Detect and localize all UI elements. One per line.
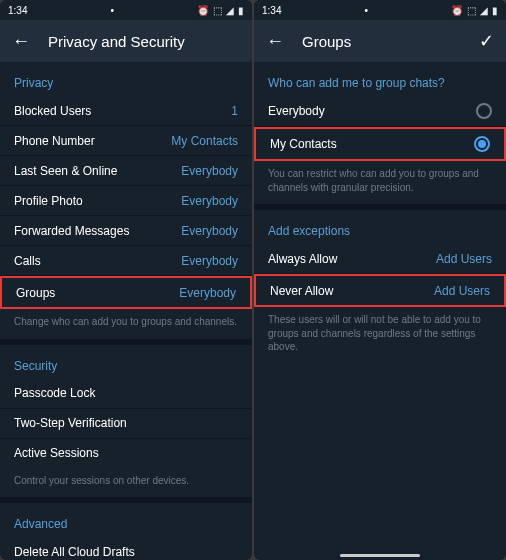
row-label: Two-Step Verification bbox=[14, 416, 127, 430]
row-label: Calls bbox=[14, 254, 41, 268]
row-label: Blocked Users bbox=[14, 104, 91, 118]
row-value: Everybody bbox=[181, 164, 238, 178]
battery-icon: ▮ bbox=[492, 5, 498, 16]
row-profile-photo[interactable]: Profile Photo Everybody bbox=[0, 186, 252, 215]
row-label: Never Allow bbox=[270, 284, 333, 298]
back-icon[interactable]: ← bbox=[12, 31, 30, 52]
row-value: Everybody bbox=[181, 194, 238, 208]
row-label: Always Allow bbox=[268, 252, 337, 266]
row-never-allow[interactable]: Never Allow Add Users bbox=[256, 276, 504, 305]
row-label: Active Sessions bbox=[14, 446, 99, 460]
status-time: 1:34 bbox=[262, 5, 281, 16]
alarm-icon: ⏰ bbox=[197, 5, 209, 16]
section-privacy-label: Privacy bbox=[0, 62, 252, 96]
nav-pill[interactable] bbox=[340, 554, 420, 557]
row-action: Add Users bbox=[434, 284, 490, 298]
signal-icon: ◢ bbox=[226, 5, 234, 16]
row-blocked-users[interactable]: Blocked Users 1 bbox=[0, 96, 252, 125]
status-dot: • bbox=[110, 5, 114, 16]
security-note: Control your sessions on other devices. bbox=[0, 468, 252, 498]
row-label: Profile Photo bbox=[14, 194, 83, 208]
row-label: Last Seen & Online bbox=[14, 164, 117, 178]
row-groups[interactable]: Groups Everybody bbox=[2, 278, 250, 307]
header: ← Privacy and Security bbox=[0, 20, 252, 62]
status-icons: ⏰ ⬚ ◢ ▮ bbox=[197, 5, 244, 16]
battery-icon: ▮ bbox=[238, 5, 244, 16]
row-value: My Contacts bbox=[171, 134, 238, 148]
row-value: Everybody bbox=[179, 286, 236, 300]
row-forwarded-messages[interactable]: Forwarded Messages Everybody bbox=[0, 216, 252, 245]
page-title: Privacy and Security bbox=[48, 33, 185, 50]
highlight-groups: Groups Everybody bbox=[0, 276, 252, 309]
highlight-never-allow: Never Allow Add Users bbox=[254, 274, 506, 307]
row-label: Phone Number bbox=[14, 134, 95, 148]
confirm-icon[interactable]: ✓ bbox=[479, 30, 494, 52]
section-security-label: Security bbox=[0, 345, 252, 379]
privacy-note: Change who can add you to groups and cha… bbox=[0, 309, 252, 339]
section-advanced-label: Advanced bbox=[0, 503, 252, 537]
nav-bar bbox=[254, 554, 506, 557]
highlight-my-contacts: My Contacts bbox=[254, 127, 506, 161]
screen-privacy-security: 1:34 • ⏰ ⬚ ◢ ▮ ← Privacy and Security Pr… bbox=[0, 0, 252, 560]
header: ← Groups ✓ bbox=[254, 20, 506, 62]
question-label: Who can add me to group chats? bbox=[254, 62, 506, 96]
row-value: Everybody bbox=[181, 254, 238, 268]
status-dot: • bbox=[364, 5, 368, 16]
screen-groups: 1:34 • ⏰ ⬚ ◢ ▮ ← Groups ✓ Who can add me… bbox=[254, 0, 506, 560]
row-passcode-lock[interactable]: Passcode Lock bbox=[0, 379, 252, 408]
radio-icon bbox=[474, 136, 490, 152]
row-label: Passcode Lock bbox=[14, 386, 95, 400]
row-action: Add Users bbox=[436, 252, 492, 266]
vibrate-icon: ⬚ bbox=[467, 5, 476, 16]
option-label: My Contacts bbox=[270, 137, 337, 151]
status-icons: ⏰ ⬚ ◢ ▮ bbox=[451, 5, 498, 16]
row-calls[interactable]: Calls Everybody bbox=[0, 246, 252, 275]
exceptions-label: Add exceptions bbox=[254, 210, 506, 244]
row-two-step[interactable]: Two-Step Verification bbox=[0, 409, 252, 438]
row-label: Delete All Cloud Drafts bbox=[14, 545, 135, 559]
alarm-icon: ⏰ bbox=[451, 5, 463, 16]
row-label: Forwarded Messages bbox=[14, 224, 129, 238]
signal-icon: ◢ bbox=[480, 5, 488, 16]
row-value: 1 bbox=[231, 104, 238, 118]
row-phone-number[interactable]: Phone Number My Contacts bbox=[0, 126, 252, 155]
status-time: 1:34 bbox=[8, 5, 27, 16]
option-label: Everybody bbox=[268, 104, 325, 118]
back-icon[interactable]: ← bbox=[266, 31, 284, 52]
status-bar: 1:34 • ⏰ ⬚ ◢ ▮ bbox=[0, 0, 252, 20]
row-always-allow[interactable]: Always Allow Add Users bbox=[254, 244, 506, 273]
option-note: You can restrict who can add you to grou… bbox=[254, 161, 506, 204]
row-value: Everybody bbox=[181, 224, 238, 238]
row-label: Groups bbox=[16, 286, 55, 300]
option-everybody[interactable]: Everybody bbox=[254, 96, 506, 126]
page-title: Groups bbox=[302, 33, 351, 50]
option-my-contacts[interactable]: My Contacts bbox=[256, 129, 504, 159]
vibrate-icon: ⬚ bbox=[213, 5, 222, 16]
radio-icon bbox=[476, 103, 492, 119]
row-last-seen[interactable]: Last Seen & Online Everybody bbox=[0, 156, 252, 185]
status-bar: 1:34 • ⏰ ⬚ ◢ ▮ bbox=[254, 0, 506, 20]
row-active-sessions[interactable]: Active Sessions bbox=[0, 439, 252, 468]
exceptions-note: These users will or will not be able to … bbox=[254, 307, 506, 364]
row-delete-drafts[interactable]: Delete All Cloud Drafts bbox=[0, 537, 252, 560]
